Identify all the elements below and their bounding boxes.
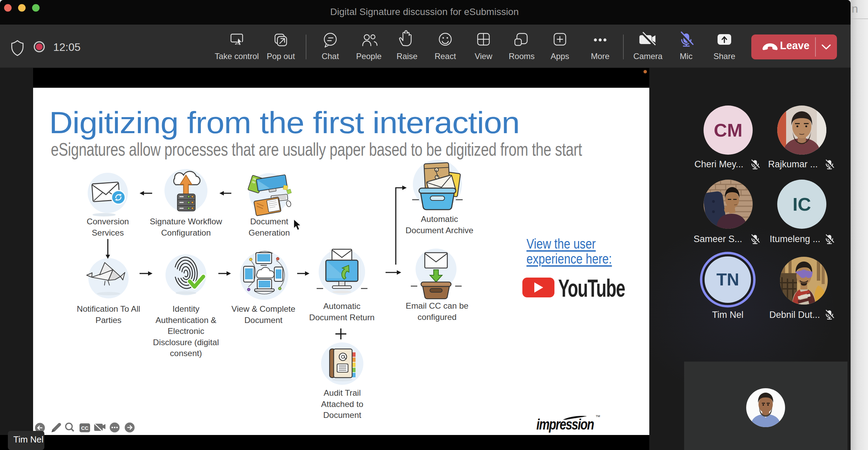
svg-text:CC: CC [81, 425, 89, 431]
